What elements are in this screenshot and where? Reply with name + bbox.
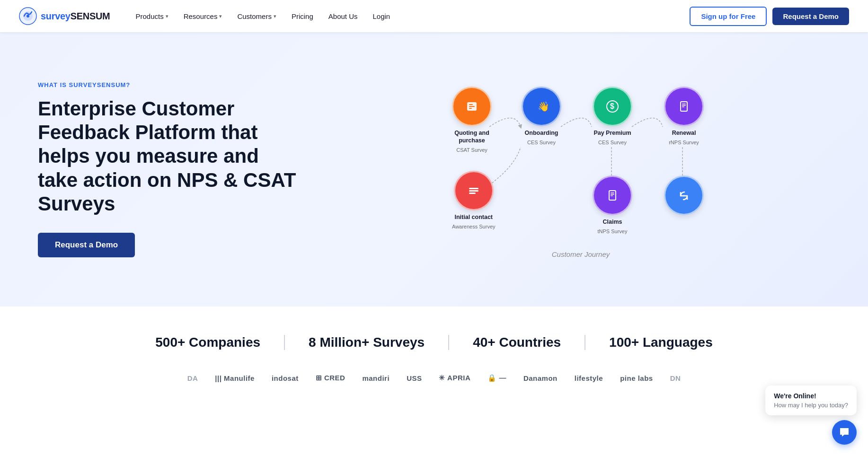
node-sublabel-initial: Awareness Survey: [452, 224, 496, 229]
brand-lock: 🔒 —: [487, 374, 506, 382]
brand-danamon: Danamon: [523, 374, 558, 382]
chat-prompt-label: How may I help you today?: [774, 402, 848, 406]
svg-text:$: $: [610, 102, 614, 110]
svg-rect-16: [611, 195, 613, 196]
node-label-onboarding: Onboarding: [525, 129, 558, 137]
nav-login[interactable]: Login: [366, 9, 397, 24]
products-chevron-icon: ▾: [166, 13, 168, 19]
svg-point-2: [27, 15, 29, 18]
journey-caption: Customer Journey: [552, 250, 610, 258]
chat-online-label: We're Online!: [774, 392, 848, 400]
node-circle-initial: [454, 171, 494, 210]
navbar: surveySENSUM Products ▾ Resources ▾ Cust…: [0, 0, 868, 32]
brand-name: surveySENSUM: [41, 11, 110, 22]
brand-dn: DN: [670, 374, 681, 382]
node-sublabel-quoting: CSAT Survey: [456, 147, 487, 153]
node-circle-claims: [593, 175, 632, 215]
svg-text:👋: 👋: [538, 101, 549, 112]
svg-rect-19: [682, 105, 686, 106]
node-initial: Initial contact Awareness Survey: [452, 171, 496, 229]
nav-customers[interactable]: Customers ▾: [230, 9, 283, 24]
stat-languages: 100+ Languages: [585, 335, 736, 350]
svg-rect-5: [469, 106, 475, 107]
stats-row: 500+ Companies 8 Million+ Surveys 40+ Co…: [19, 335, 849, 350]
nav-about[interactable]: About Us: [322, 9, 364, 24]
brand-cred: ⊞ CRED: [316, 374, 345, 382]
hero-eyebrow: WHAT IS SURVEYSENSUM?: [38, 81, 303, 88]
node-circle-paypremium: $: [593, 87, 632, 126]
node-onboarding: 👋 Onboarding CES Survey: [522, 87, 561, 145]
node-label-claims: Claims: [603, 218, 622, 226]
stats-section: 500+ Companies 8 Million+ Surveys 40+ Co…: [0, 307, 868, 406]
node-retention: [664, 175, 704, 221]
svg-rect-7: [469, 188, 478, 189]
logo[interactable]: surveySENSUM: [19, 7, 110, 25]
svg-rect-20: [682, 106, 684, 107]
brand-pinelabs: pine labs: [620, 374, 653, 382]
hero-left: WHAT IS SURVEYSENSUM? Enterprise Custome…: [38, 81, 303, 258]
brand-uss: USS: [407, 374, 422, 382]
nav-pricing[interactable]: Pricing: [285, 9, 320, 24]
node-sublabel-claims: tNPS Survey: [598, 228, 628, 234]
node-label-renewal: Renewal: [672, 129, 696, 137]
svg-rect-8: [469, 190, 478, 192]
node-paypremium: $ Pay Premium CES Survey: [593, 87, 632, 145]
hero-section: WHAT IS SURVEYSENSUM? Enterprise Custome…: [0, 32, 868, 307]
stat-surveys: 8 Million+ Surveys: [285, 335, 449, 350]
node-sublabel-paypremium: CES Survey: [598, 140, 627, 145]
demo-button-hero[interactable]: Request a Demo: [38, 233, 135, 257]
brand-apria: ✳ APRIA: [439, 374, 470, 382]
svg-rect-18: [682, 104, 686, 105]
logo-icon: [19, 7, 37, 25]
brand-indosat: indosat: [272, 374, 299, 382]
journey-diagram: Quoting andpurchase CSAT Survey Initial …: [429, 81, 732, 242]
resources-chevron-icon: ▾: [219, 13, 222, 19]
svg-rect-4: [469, 104, 473, 105]
node-label-quoting: Quoting andpurchase: [454, 129, 489, 145]
node-circle-quoting: [452, 87, 492, 126]
svg-rect-15: [611, 194, 614, 195]
node-sublabel-onboarding: CES Survey: [527, 140, 556, 145]
nav-products[interactable]: Products ▾: [129, 9, 175, 24]
node-circle-retention: [664, 175, 704, 215]
node-circle-onboarding: 👋: [522, 87, 561, 126]
brands-row: DA ||| Manulife indosat ⊞ CRED mandiri U…: [19, 374, 849, 382]
node-quoting: Quoting andpurchase CSAT Survey: [452, 87, 492, 153]
svg-rect-9: [469, 193, 476, 194]
brand-da: DA: [187, 374, 198, 382]
svg-rect-14: [611, 193, 614, 193]
node-renewal: Renewal rNPS Survey: [664, 87, 704, 145]
demo-button-nav[interactable]: Request a Demo: [772, 8, 849, 25]
node-label-initial: Initial contact: [454, 213, 493, 221]
node-claims: Claims tNPS Survey: [593, 175, 632, 234]
node-label-paypremium: Pay Premium: [593, 129, 631, 137]
brand-mandiri: mandiri: [362, 374, 390, 382]
stat-countries: 40+ Countries: [449, 335, 585, 350]
nav-resources[interactable]: Resources ▾: [177, 9, 229, 24]
node-circle-renewal: [664, 87, 704, 126]
stat-companies: 500+ Companies: [132, 335, 285, 350]
brand-lifestyle: lifestyle: [575, 374, 603, 382]
signup-button[interactable]: Sign up for Free: [690, 7, 767, 26]
chat-bubble: We're Online! How may I help you today?: [765, 386, 857, 406]
nav-cta: Sign up for Free Request a Demo: [690, 7, 849, 26]
brand-manulife: ||| Manulife: [215, 374, 255, 382]
svg-rect-6: [469, 108, 472, 109]
hero-right: Quoting andpurchase CSAT Survey Initial …: [331, 81, 830, 258]
customers-chevron-icon: ▾: [274, 13, 276, 19]
node-sublabel-renewal: rNPS Survey: [669, 140, 699, 145]
nav-links: Products ▾ Resources ▾ Customers ▾ Prici…: [129, 9, 690, 24]
chat-widget: We're Online! How may I help you today?: [765, 386, 857, 406]
hero-title: Enterprise Customer Feedback Platform th…: [38, 97, 303, 216]
